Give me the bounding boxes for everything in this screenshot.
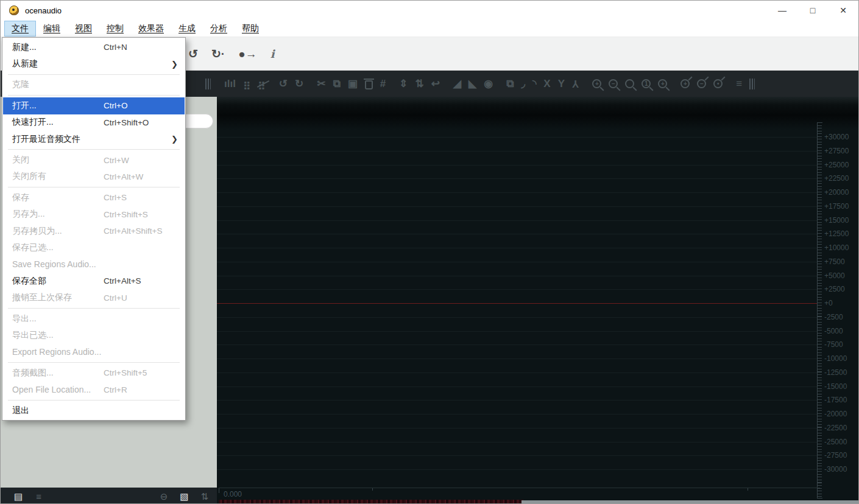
submenu-arrow-icon: ❯ <box>171 60 178 69</box>
menubar: 文件编辑视图控制效果器生成分析帮助 <box>1 20 858 37</box>
menubar-menu-control[interactable]: 控制 <box>99 21 131 37</box>
info-icon[interactable]: i <box>270 47 275 60</box>
spectrum-view-icon[interactable]: ⣶ <box>243 79 250 89</box>
menu-item-export: 导出... <box>3 310 185 327</box>
menubar-menu-generate[interactable]: 生成 <box>171 21 203 37</box>
menu-item-quit[interactable]: 退出 <box>3 402 185 419</box>
menu-item-save-as: 另存为...Ctrl+Shift+S <box>3 206 185 223</box>
menu-item-open[interactable]: 打开...Ctrl+O <box>3 97 185 114</box>
vzoom-in-icon[interactable]: + <box>680 79 690 88</box>
delete-icon[interactable] <box>365 80 373 89</box>
menubar-menu-help[interactable]: 帮助 <box>235 21 266 37</box>
trim-icon[interactable]: # <box>380 79 386 89</box>
curve-up-icon[interactable]: ◞ <box>521 79 525 89</box>
gridline <box>217 428 817 429</box>
menu-item-new-from-label: 从新建 <box>12 58 38 69</box>
menu-item-save-copy-as: 另存拷贝为...Ctrl+Alt+Shift+S <box>3 223 185 239</box>
crossfade-icon[interactable]: X <box>543 79 550 89</box>
amplitude-label: -25000 <box>824 438 847 446</box>
menu-item-save-all-shortcut: Ctrl+Alt+S <box>104 276 141 285</box>
zoom-in-icon[interactable]: + <box>592 79 601 88</box>
zoom-full-icon[interactable] <box>625 79 634 88</box>
gridline <box>217 262 817 262</box>
amplitude-label: -12500 <box>824 368 847 377</box>
menu-item-audio-screenshot-shortcut: Ctrl+Shift+5 <box>104 368 147 377</box>
menu-item-save-regions-audio: Save Regions Audio... <box>3 256 185 273</box>
spectrum-off-icon[interactable]: ⣶ <box>258 79 265 89</box>
record-icon[interactable]: ●→ <box>238 47 256 61</box>
menu-item-new-from[interactable]: 从新建❯ <box>3 55 185 72</box>
gridline <box>217 192 817 193</box>
curve-down-icon[interactable]: ◝ <box>532 79 537 89</box>
fade-in-icon[interactable]: ◢ <box>453 79 461 89</box>
spectral-overview-strip[interactable] <box>219 500 523 504</box>
time-ruler-start: 0.000 <box>224 490 242 499</box>
levels-icon[interactable]: ≡ <box>736 79 742 89</box>
waveform-view-icon[interactable]: ılıl <box>224 79 236 89</box>
gridline <box>217 137 817 138</box>
vzoom-reset-icon[interactable]: • <box>713 79 723 88</box>
paste-icon[interactable]: ▣ <box>348 79 358 89</box>
file-list-plain-icon[interactable]: ≡ <box>36 492 41 501</box>
redo-icon[interactable]: ↻ <box>295 79 303 89</box>
link-files-icon[interactable]: ⊖ <box>160 492 168 501</box>
menubar-menu-view[interactable]: 视图 <box>68 21 99 37</box>
menu-item-revert-label: 撤销至上次保存 <box>12 292 72 303</box>
file-list-detail-icon[interactable]: ▤ <box>14 492 23 501</box>
gridline <box>217 387 817 387</box>
loop-once-icon[interactable]: ↻· <box>211 47 225 61</box>
sidebar-footer: ▤≡⊖▧⇅ <box>1 488 217 504</box>
copy-icon[interactable]: ⧉ <box>333 79 341 89</box>
loop-selection-icon[interactable]: ↩ <box>431 79 440 89</box>
menu-item-export-regions-audio-label: Export Regions Audio... <box>12 347 101 357</box>
amplitude-label: +20000 <box>824 188 849 197</box>
menubar-menu-edit[interactable]: 编辑 <box>36 21 68 37</box>
menu-item-new[interactable]: 新建...Ctrl+N <box>3 39 185 55</box>
menubar-menu-effects[interactable]: 效果器 <box>131 21 171 37</box>
split-channels-icon[interactable]: ⇅ <box>415 79 423 89</box>
gridline <box>217 178 817 179</box>
zoom-out-icon[interactable]: − <box>609 79 618 88</box>
vzoom-out-icon[interactable]: − <box>697 79 706 88</box>
duplicate-icon[interactable]: ⧉ <box>506 79 514 89</box>
menubar-menu-file[interactable]: 文件 <box>4 21 36 37</box>
split-merge-icon[interactable]: Y <box>572 79 579 89</box>
app-logo-icon <box>9 5 19 15</box>
toolbar-group: ↺↻ <box>279 79 304 89</box>
zoom-selection-icon[interactable]: + <box>658 79 667 88</box>
menu-separator <box>8 362 180 363</box>
gridline <box>217 455 817 456</box>
close-button[interactable]: ✕ <box>828 1 858 20</box>
amplitude-label: +25000 <box>824 161 849 169</box>
menubar-menu-analyze[interactable]: 分析 <box>203 21 235 37</box>
gridline <box>217 206 817 207</box>
menu-item-save-all[interactable]: 保存全部Ctrl+Alt+S <box>3 273 185 289</box>
menu-item-open-file-location-label: Open File Location... <box>12 385 91 394</box>
amplitude-label: -27500 <box>824 451 847 460</box>
menu-separator <box>8 74 180 75</box>
menu-item-close-shortcut: Ctrl+W <box>104 156 129 165</box>
amplitude-label: +17500 <box>824 202 849 211</box>
merge-channels-icon[interactable]: Y <box>558 79 565 89</box>
menu-item-save-all-label: 保存全部 <box>12 276 46 287</box>
loop-playback-icon[interactable]: ↺ <box>188 47 198 61</box>
maximize-button[interactable]: □ <box>797 1 828 20</box>
menu-item-open-shortcut: Ctrl+O <box>104 101 127 110</box>
menu-item-save: 保存Ctrl+S <box>3 189 185 206</box>
toolbar-group <box>205 79 211 89</box>
undo-icon[interactable]: ↺ <box>279 79 288 89</box>
fade-out-icon[interactable]: ◣ <box>468 79 476 89</box>
menu-item-quick-open[interactable]: 快速打开...Ctrl+Shift+O <box>3 114 185 131</box>
waveform-canvas[interactable] <box>217 97 817 504</box>
amplitude-label: +0 <box>824 299 833 307</box>
gain-knob-icon[interactable]: ◉ <box>484 79 493 89</box>
minimize-button[interactable]: — <box>767 1 797 20</box>
sort-files-icon[interactable]: ⇅ <box>200 492 208 501</box>
menu-item-audio-screenshot-label: 音频截图... <box>12 368 54 379</box>
menu-item-open-recent[interactable]: 打开最近音频文件❯ <box>3 131 185 147</box>
cut-icon[interactable]: ✂ <box>317 79 325 89</box>
fit-vertical-icon[interactable]: ⇕ <box>399 79 408 89</box>
thumbnail-view-icon[interactable]: ▧ <box>180 492 188 501</box>
zoom-one-icon[interactable]: 1 <box>642 79 651 88</box>
gridline <box>217 220 817 221</box>
